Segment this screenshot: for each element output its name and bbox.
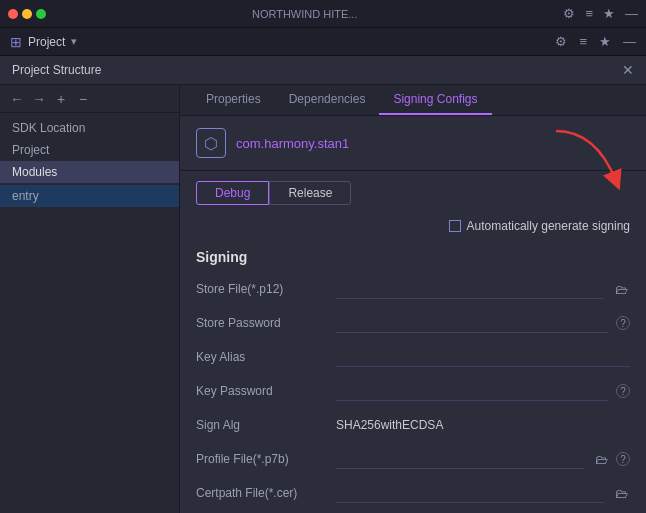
window-controls[interactable] bbox=[8, 9, 46, 19]
tab-dependencies[interactable]: Dependencies bbox=[275, 85, 380, 115]
dropdown-arrow[interactable]: ▾ bbox=[71, 35, 77, 48]
certpath-file-label: Certpath File(*.cer) bbox=[196, 486, 336, 500]
release-button[interactable]: Release bbox=[269, 181, 351, 205]
profile-file-folder-icon[interactable]: 🗁 bbox=[592, 450, 610, 468]
certpath-file-folder-icon[interactable]: 🗁 bbox=[612, 484, 630, 502]
project-bar: ⊞ Project ▾ ⚙ ≡ ★ — bbox=[0, 28, 646, 56]
dash-icon[interactable]: — bbox=[623, 34, 636, 49]
sidebar-toolbar: ← → + − bbox=[0, 85, 179, 113]
key-password-input[interactable] bbox=[336, 382, 608, 401]
key-alias-label: Key Alias bbox=[196, 350, 336, 364]
form-row-certpath-file: Certpath File(*.cer) 🗁 bbox=[196, 481, 630, 505]
nav-back-button[interactable]: ← bbox=[8, 90, 26, 108]
main-layout: ← → + − SDK Location Project Modules ent… bbox=[0, 85, 646, 513]
minimize-dot[interactable] bbox=[22, 9, 32, 19]
store-password-input[interactable] bbox=[336, 314, 608, 333]
key-password-help-icon[interactable]: ? bbox=[616, 384, 630, 398]
star-icon[interactable]: ★ bbox=[603, 6, 615, 21]
sidebar-item-sdk-location[interactable]: SDK Location bbox=[0, 117, 179, 139]
add-button[interactable]: + bbox=[52, 90, 70, 108]
store-file-folder-icon[interactable]: 🗁 bbox=[612, 280, 630, 298]
store-file-label: Store File(*.p12) bbox=[196, 282, 336, 296]
key-password-label: Key Password bbox=[196, 384, 336, 398]
menu-icon[interactable]: ≡ bbox=[585, 6, 593, 21]
form-row-store-file: Store File(*.p12) 🗁 bbox=[196, 277, 630, 301]
project-icon: ⊞ bbox=[10, 34, 22, 50]
profile-file-help-icon[interactable]: ? bbox=[616, 452, 630, 466]
form-row-profile-file: Profile File(*.p7b) 🗁 ? bbox=[196, 447, 630, 471]
sidebar-nav: SDK Location Project Modules entry bbox=[0, 113, 179, 213]
dialog-wrapper: Project Structure ✕ ← → + − SDK Location… bbox=[0, 56, 646, 513]
debug-button[interactable]: Debug bbox=[196, 181, 269, 205]
certpath-file-input[interactable] bbox=[336, 484, 604, 503]
list-icon[interactable]: ≡ bbox=[579, 34, 587, 49]
arrow-annotation bbox=[536, 121, 636, 201]
signing-section: Signing Store File(*.p12) 🗁 Store Passwo… bbox=[180, 241, 646, 513]
sidebar-item-modules[interactable]: Modules bbox=[0, 161, 179, 183]
form-row-key-password: Key Password ? bbox=[196, 379, 630, 403]
profile-file-input[interactable] bbox=[336, 450, 584, 469]
sidebar: ← → + − SDK Location Project Modules ent… bbox=[0, 85, 180, 513]
sidebar-tree-entry[interactable]: entry bbox=[0, 185, 179, 207]
module-name: com.harmony.stan1 bbox=[236, 136, 349, 151]
form-row-sign-alg: Sign Alg SHA256withECDSA bbox=[196, 413, 630, 437]
key-alias-input[interactable] bbox=[336, 348, 630, 367]
maximize-dot[interactable] bbox=[36, 9, 46, 19]
sidebar-item-project[interactable]: Project bbox=[0, 139, 179, 161]
dialog-title: Project Structure bbox=[12, 63, 101, 77]
dialog-close-button[interactable]: ✕ bbox=[622, 62, 634, 78]
form-row-store-password: Store Password ? bbox=[196, 311, 630, 335]
auto-signing-label: Automatically generate signing bbox=[467, 219, 630, 233]
minus-icon[interactable]: — bbox=[625, 6, 638, 21]
content-area: Properties Dependencies Signing Configs … bbox=[180, 85, 646, 513]
tab-properties[interactable]: Properties bbox=[192, 85, 275, 115]
config-area: Debug Release Automatically generate sig… bbox=[180, 171, 646, 241]
close-dot[interactable] bbox=[8, 9, 18, 19]
tab-signing-configs[interactable]: Signing Configs bbox=[379, 85, 491, 115]
gear-icon[interactable]: ⚙ bbox=[563, 6, 575, 21]
nav-forward-button[interactable]: → bbox=[30, 90, 48, 108]
remove-button[interactable]: − bbox=[74, 90, 92, 108]
title-bar-icons: ⚙ ≡ ★ — bbox=[563, 6, 638, 21]
form-row-key-alias: Key Alias bbox=[196, 345, 630, 369]
dialog-title-bar: Project Structure ✕ bbox=[0, 56, 646, 85]
store-password-help-icon[interactable]: ? bbox=[616, 316, 630, 330]
window-title: NORTHWIND HITE... bbox=[54, 8, 555, 20]
sign-alg-value: SHA256withECDSA bbox=[336, 418, 630, 432]
store-password-label: Store Password bbox=[196, 316, 336, 330]
auto-signing-checkbox[interactable] bbox=[449, 220, 461, 232]
auto-signing-row: Automatically generate signing bbox=[180, 215, 646, 241]
tabs: Properties Dependencies Signing Configs bbox=[180, 85, 646, 116]
project-name: Project bbox=[28, 35, 65, 49]
module-icon: ⬡ bbox=[196, 128, 226, 158]
settings-icon[interactable]: ⚙ bbox=[555, 34, 567, 49]
signing-title: Signing bbox=[196, 249, 630, 265]
sign-alg-label: Sign Alg bbox=[196, 418, 336, 432]
bookmark-icon[interactable]: ★ bbox=[599, 34, 611, 49]
project-bar-actions: ⚙ ≡ ★ — bbox=[555, 34, 636, 49]
title-bar: NORTHWIND HITE... ⚙ ≡ ★ — bbox=[0, 0, 646, 28]
profile-file-label: Profile File(*.p7b) bbox=[196, 452, 336, 466]
store-file-input[interactable] bbox=[336, 280, 604, 299]
